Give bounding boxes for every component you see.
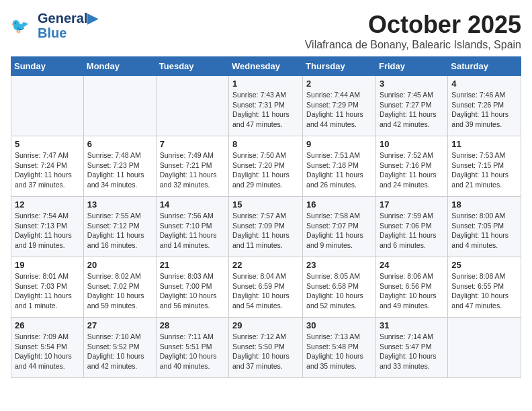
calendar-cell: [83, 76, 156, 136]
day-info: Sunrise: 7:49 AM Sunset: 7:21 PM Dayligh…: [160, 150, 225, 190]
calendar-cell: 6Sunrise: 7:48 AM Sunset: 7:23 PM Daylig…: [83, 136, 156, 197]
logo-text-block: General▶ Blue: [38, 11, 97, 40]
header-tuesday: Tuesday: [156, 57, 228, 76]
calendar-week-row: 5Sunrise: 7:47 AM Sunset: 7:24 PM Daylig…: [11, 136, 521, 197]
day-number: 24: [380, 260, 444, 270]
day-number: 8: [232, 139, 299, 149]
day-number: 29: [232, 320, 299, 330]
calendar-cell: 4Sunrise: 7:46 AM Sunset: 7:26 PM Daylig…: [448, 76, 521, 136]
calendar-cell: 9Sunrise: 7:51 AM Sunset: 7:18 PM Daylig…: [303, 136, 376, 197]
location-title: Vilafranca de Bonany, Balearic Islands, …: [305, 39, 521, 51]
svg-text:🐦: 🐦: [11, 17, 30, 35]
day-number: 27: [87, 320, 152, 330]
calendar-cell: 23Sunrise: 8:05 AM Sunset: 6:58 PM Dayli…: [303, 257, 376, 318]
calendar-cell: 27Sunrise: 7:10 AM Sunset: 5:52 PM Dayli…: [83, 318, 156, 378]
day-info: Sunrise: 7:12 AM Sunset: 5:50 PM Dayligh…: [232, 332, 299, 371]
logo-bird-icon: 🐦: [11, 13, 35, 38]
logo-line2: Blue: [38, 26, 97, 40]
day-number: 6: [87, 139, 152, 149]
calendar-week-row: 26Sunrise: 7:09 AM Sunset: 5:54 PM Dayli…: [11, 318, 521, 378]
day-number: 5: [15, 139, 80, 149]
day-number: 12: [15, 199, 80, 210]
day-info: Sunrise: 7:54 AM Sunset: 7:13 PM Dayligh…: [15, 211, 80, 250]
calendar-cell: 10Sunrise: 7:52 AM Sunset: 7:16 PM Dayli…: [375, 136, 447, 197]
day-number: 1: [232, 79, 299, 89]
calendar-cell: 2Sunrise: 7:44 AM Sunset: 7:29 PM Daylig…: [303, 76, 376, 136]
title-block: October 2025 Vilafranca de Bonany, Balea…: [305, 11, 521, 51]
day-number: 10: [380, 139, 444, 149]
calendar-cell: 16Sunrise: 7:58 AM Sunset: 7:07 PM Dayli…: [303, 197, 376, 257]
header-saturday: Saturday: [448, 57, 521, 76]
day-number: 20: [87, 260, 152, 270]
day-number: 18: [451, 199, 517, 210]
calendar-cell: 13Sunrise: 7:55 AM Sunset: 7:12 PM Dayli…: [83, 197, 156, 257]
day-number: 15: [232, 199, 299, 210]
day-number: 7: [160, 139, 225, 149]
day-number: 31: [380, 320, 444, 330]
day-info: Sunrise: 7:10 AM Sunset: 5:52 PM Dayligh…: [87, 332, 152, 371]
day-number: 28: [160, 320, 225, 330]
day-info: Sunrise: 7:47 AM Sunset: 7:24 PM Dayligh…: [15, 150, 80, 190]
calendar-cell: 8Sunrise: 7:50 AM Sunset: 7:20 PM Daylig…: [229, 136, 303, 197]
calendar-week-row: 1Sunrise: 7:43 AM Sunset: 7:31 PM Daylig…: [11, 76, 521, 136]
day-info: Sunrise: 8:00 AM Sunset: 7:05 PM Dayligh…: [451, 211, 517, 250]
day-number: 22: [232, 260, 299, 270]
day-info: Sunrise: 8:01 AM Sunset: 7:03 PM Dayligh…: [15, 271, 80, 311]
day-number: 23: [306, 260, 372, 270]
day-number: 17: [380, 199, 444, 210]
calendar-cell: 12Sunrise: 7:54 AM Sunset: 7:13 PM Dayli…: [11, 197, 84, 257]
day-info: Sunrise: 7:43 AM Sunset: 7:31 PM Dayligh…: [232, 90, 299, 130]
day-number: 30: [306, 320, 372, 330]
calendar-cell: 3Sunrise: 7:45 AM Sunset: 7:27 PM Daylig…: [375, 76, 447, 136]
day-info: Sunrise: 7:59 AM Sunset: 7:06 PM Dayligh…: [380, 211, 444, 250]
calendar-cell: [11, 76, 84, 136]
calendar-week-row: 12Sunrise: 7:54 AM Sunset: 7:13 PM Dayli…: [11, 197, 521, 257]
calendar-cell: 28Sunrise: 7:11 AM Sunset: 5:51 PM Dayli…: [156, 318, 228, 378]
day-info: Sunrise: 7:14 AM Sunset: 5:47 PM Dayligh…: [380, 332, 444, 371]
calendar-cell: 15Sunrise: 7:57 AM Sunset: 7:09 PM Dayli…: [229, 197, 303, 257]
day-info: Sunrise: 8:05 AM Sunset: 6:58 PM Dayligh…: [306, 271, 372, 311]
calendar-cell: 11Sunrise: 7:53 AM Sunset: 7:15 PM Dayli…: [448, 136, 521, 197]
calendar-cell: 21Sunrise: 8:03 AM Sunset: 7:00 PM Dayli…: [156, 257, 228, 318]
day-info: Sunrise: 7:55 AM Sunset: 7:12 PM Dayligh…: [87, 211, 152, 250]
calendar-cell: 7Sunrise: 7:49 AM Sunset: 7:21 PM Daylig…: [156, 136, 228, 197]
header-sunday: Sunday: [11, 57, 84, 76]
calendar-cell: 20Sunrise: 8:02 AM Sunset: 7:02 PM Dayli…: [83, 257, 156, 318]
page-header: 🐦 General▶ Blue October 2025 Vilafranca …: [11, 11, 521, 51]
calendar-cell: 17Sunrise: 7:59 AM Sunset: 7:06 PM Dayli…: [375, 197, 447, 257]
day-number: 9: [306, 139, 372, 149]
day-info: Sunrise: 8:04 AM Sunset: 6:59 PM Dayligh…: [232, 271, 299, 311]
day-info: Sunrise: 7:44 AM Sunset: 7:29 PM Dayligh…: [306, 90, 372, 130]
logo-line1: General▶: [38, 11, 97, 26]
calendar-cell: 18Sunrise: 8:00 AM Sunset: 7:05 PM Dayli…: [448, 197, 521, 257]
day-number: 3: [380, 79, 444, 89]
calendar-cell: [448, 318, 521, 378]
day-info: Sunrise: 7:57 AM Sunset: 7:09 PM Dayligh…: [232, 211, 299, 250]
calendar-cell: 30Sunrise: 7:13 AM Sunset: 5:48 PM Dayli…: [303, 318, 376, 378]
day-info: Sunrise: 7:53 AM Sunset: 7:15 PM Dayligh…: [451, 150, 517, 190]
month-title: October 2025: [305, 11, 521, 39]
day-number: 21: [160, 260, 225, 270]
day-info: Sunrise: 8:08 AM Sunset: 6:55 PM Dayligh…: [451, 271, 517, 311]
day-info: Sunrise: 8:02 AM Sunset: 7:02 PM Dayligh…: [87, 271, 152, 311]
calendar-cell: 31Sunrise: 7:14 AM Sunset: 5:47 PM Dayli…: [375, 318, 447, 378]
day-info: Sunrise: 7:11 AM Sunset: 5:51 PM Dayligh…: [160, 332, 225, 371]
day-info: Sunrise: 7:48 AM Sunset: 7:23 PM Dayligh…: [87, 150, 152, 190]
day-info: Sunrise: 8:06 AM Sunset: 6:56 PM Dayligh…: [380, 271, 444, 311]
header-friday: Friday: [375, 57, 447, 76]
calendar-cell: [156, 76, 228, 136]
header-monday: Monday: [83, 57, 156, 76]
calendar-cell: 5Sunrise: 7:47 AM Sunset: 7:24 PM Daylig…: [11, 136, 84, 197]
day-number: 14: [160, 199, 225, 210]
calendar-header-row: SundayMondayTuesdayWednesdayThursdayFrid…: [11, 57, 521, 76]
day-number: 2: [306, 79, 372, 89]
calendar-cell: 19Sunrise: 8:01 AM Sunset: 7:03 PM Dayli…: [11, 257, 84, 318]
calendar-cell: 1Sunrise: 7:43 AM Sunset: 7:31 PM Daylig…: [229, 76, 303, 136]
calendar-cell: 26Sunrise: 7:09 AM Sunset: 5:54 PM Dayli…: [11, 318, 84, 378]
calendar-table: SundayMondayTuesdayWednesdayThursdayFrid…: [11, 56, 521, 378]
day-info: Sunrise: 7:56 AM Sunset: 7:10 PM Dayligh…: [160, 211, 225, 250]
header-wednesday: Wednesday: [229, 57, 303, 76]
day-number: 19: [15, 260, 80, 270]
header-thursday: Thursday: [303, 57, 376, 76]
calendar-cell: 25Sunrise: 8:08 AM Sunset: 6:55 PM Dayli…: [448, 257, 521, 318]
